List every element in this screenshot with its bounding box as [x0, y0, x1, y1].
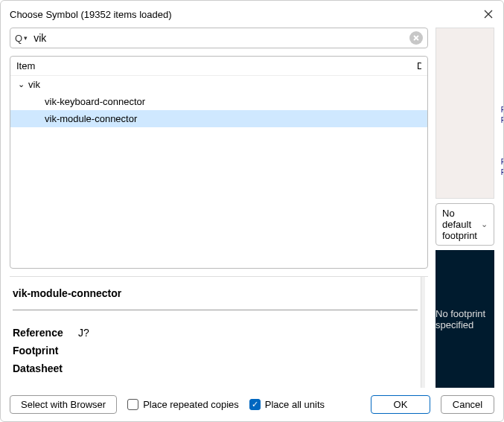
pin-row: Input2MISO	[482, 63, 503, 73]
checkbox-checked-icon: ✓	[249, 399, 261, 410]
search-input[interactable]	[32, 31, 409, 45]
place-repeated-checkbox[interactable]: Place repeated copies	[127, 399, 239, 410]
pin-type: Input	[482, 54, 503, 62]
pin-type: Input	[482, 74, 503, 83]
pin-row: Input8RGB_LED_IN	[482, 125, 503, 135]
tree-header: Item D	[10, 57, 427, 76]
tree-header-truncated[interactable]: D	[417, 60, 421, 71]
footprint-select-label: No default footprint	[442, 208, 481, 241]
filter-dropdown-icon[interactable]: ▾	[24, 34, 28, 42]
tree-lib-label: vik	[28, 79, 40, 90]
pin-row: Power Input11GND	[482, 156, 503, 167]
pin-type: Input	[482, 95, 503, 103]
footprint-select[interactable]: No default footprint ⌄	[436, 203, 494, 246]
pin-row: Input5MOSI	[482, 94, 503, 104]
pin-type: Input	[482, 137, 503, 145]
pin-row: Input4GPIO_AD	[482, 83, 503, 94]
pin-row: Input10SDA	[482, 146, 503, 156]
tree-body[interactable]: ⌄ vik vik-keyboard-connectorvik-module-c…	[10, 76, 427, 258]
ok-button[interactable]: OK	[371, 395, 430, 414]
pin-type: Input	[482, 147, 503, 156]
pin-row: Input3SPI_CS	[482, 73, 503, 83]
footprint-preview: No footprint specified	[436, 250, 494, 388]
close-button[interactable]	[482, 8, 494, 20]
symbol-tree: Item D ⌄ vik vik-keyboard-connectorvik-m…	[10, 56, 428, 269]
choose-symbol-dialog: Choose Symbol (19352 items loaded) Q ▾ I…	[0, 0, 504, 422]
details-symbol-name: vik-module-connector	[13, 283, 418, 310]
select-with-browser-button[interactable]: Select with Browser	[10, 395, 117, 414]
place-all-units-checkbox[interactable]: ✓ Place all units	[249, 399, 325, 410]
tree-symbol-row[interactable]: vik-keyboard-connector	[10, 93, 427, 110]
pin-type: Power Input	[482, 116, 503, 124]
filter-icon[interactable]: Q	[15, 33, 22, 44]
pin-type: Input	[482, 85, 503, 93]
pin-type: Power Input	[482, 106, 503, 114]
pin-row: Power Input75V	[482, 115, 503, 125]
tree-horizontal-scrollbar[interactable]	[10, 258, 427, 268]
details-panel: vik-module-connector Reference J? Footpr…	[10, 276, 428, 388]
pin-type: Power Input	[482, 168, 503, 176]
tree-symbol-row[interactable]: vik-module-connector	[10, 110, 427, 127]
pin-type: Input	[482, 127, 503, 135]
symbol-preview: J Input1SCLKInput2MISOInput3SPI_CSInput4…	[436, 28, 494, 199]
bottom-bar: Select with Browser Place repeated copie…	[1, 388, 503, 421]
window-title: Choose Symbol (19352 items loaded)	[10, 9, 482, 20]
details-scrollbar[interactable]	[421, 277, 425, 388]
pin-row: Power Input6GND	[482, 104, 503, 115]
checkbox-icon	[127, 399, 138, 410]
search-row: Q ▾	[10, 28, 428, 48]
details-datasheet: Datasheet	[13, 359, 418, 377]
tree-header-item[interactable]: Item	[16, 60, 417, 71]
cancel-button[interactable]: Cancel	[441, 395, 494, 414]
details-footprint: Footprint	[13, 342, 418, 359]
titlebar: Choose Symbol (19352 items loaded)	[1, 1, 503, 28]
collapse-icon[interactable]: ⌄	[18, 80, 28, 89]
details-reference: Reference J?	[13, 324, 418, 342]
pin-type: Input	[482, 64, 503, 72]
pin-type: Power Input	[482, 158, 503, 166]
pin-row: Input1SCLK	[482, 52, 503, 63]
footprint-preview-message: No footprint specified	[436, 308, 494, 330]
clear-search-button[interactable]	[409, 31, 423, 45]
pin-row: Power Input123V3	[482, 167, 503, 177]
tree-lib-row[interactable]: ⌄ vik	[10, 76, 427, 93]
pin-row: Input9SCL	[482, 135, 503, 146]
chevron-down-icon: ⌄	[481, 220, 488, 229]
